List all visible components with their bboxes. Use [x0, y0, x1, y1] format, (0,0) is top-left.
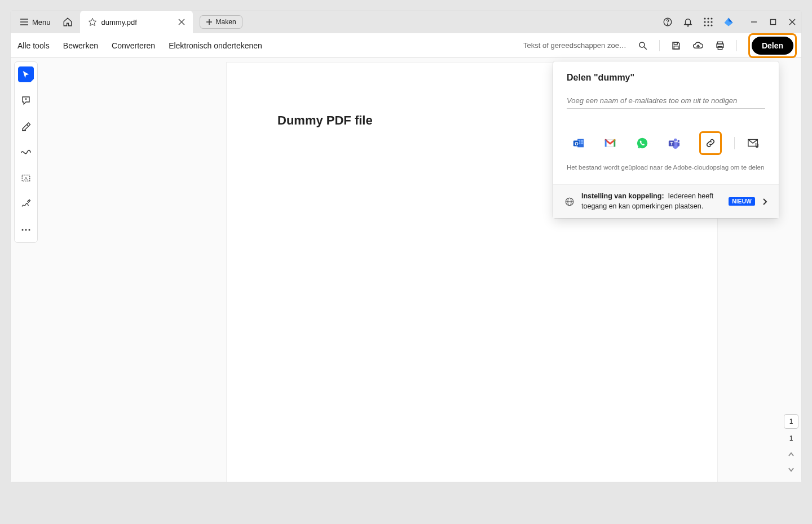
separator	[659, 40, 660, 51]
link-settings-text: Instelling van koppeling: Iedereen heeft…	[581, 192, 722, 211]
print-icon[interactable]	[715, 41, 725, 51]
textbox-tool[interactable]: A	[18, 170, 34, 186]
apps-icon[interactable]	[703, 17, 713, 27]
titlebar: Menu dummy.pdf	[11, 11, 801, 33]
share-button[interactable]: Delen	[752, 37, 793, 55]
share-panel: Delen "dummy" O T	[553, 61, 779, 218]
svg-rect-20	[771, 20, 776, 25]
svg-rect-26	[674, 46, 678, 48]
bell-icon[interactable]	[683, 17, 693, 27]
app-window: Menu dummy.pdf	[10, 10, 802, 482]
svg-rect-41	[581, 143, 584, 144]
close-tab-button[interactable]	[178, 19, 185, 25]
plus-icon	[206, 19, 213, 25]
upload-note: Het bestand wordt geüpload naar de Adobe…	[567, 164, 765, 177]
toolbar: Alle tools Bewerken Converteren Elektron…	[11, 33, 801, 58]
teams-icon[interactable]: T	[668, 136, 680, 150]
save-icon[interactable]	[671, 41, 681, 51]
upload-cloud-icon[interactable]	[692, 41, 704, 51]
more-tool[interactable]	[18, 222, 34, 238]
outlook-icon[interactable]: O	[572, 136, 585, 150]
toolbar-edit[interactable]: Bewerken	[63, 41, 98, 50]
share-button-highlight: Delen	[748, 33, 797, 58]
svg-rect-25	[674, 42, 677, 45]
svg-text:A: A	[24, 176, 28, 181]
search-icon[interactable]	[638, 41, 648, 51]
svg-line-24	[644, 47, 647, 50]
page-prev-button[interactable]	[784, 448, 798, 460]
draw-tool[interactable]	[18, 144, 34, 160]
svg-point-34	[22, 229, 24, 231]
svg-point-16	[704, 24, 705, 26]
share-channels: O T	[567, 109, 765, 164]
minimize-button[interactable]	[751, 19, 757, 25]
gmail-icon[interactable]	[604, 136, 616, 150]
globe-icon	[564, 197, 575, 207]
svg-point-11	[707, 17, 709, 19]
toolbar-left: Alle tools Bewerken Converteren Elektron…	[15, 41, 262, 50]
toolbar-all-tools[interactable]: Alle tools	[17, 41, 50, 50]
svg-text:T: T	[670, 141, 673, 146]
svg-point-17	[707, 24, 709, 26]
page-next-button[interactable]	[784, 464, 798, 476]
svg-point-14	[707, 21, 709, 23]
tab-title: dummy.pdf	[102, 18, 137, 26]
comment-tool[interactable]	[18, 92, 34, 108]
menu-button[interactable]: Menu	[15, 16, 55, 29]
document-tab[interactable]: dummy.pdf	[80, 11, 193, 33]
page-total: 1	[789, 432, 793, 445]
toolbar-right: Tekst of gereedschappen zoe… Delen	[523, 33, 797, 58]
svg-point-12	[710, 17, 712, 19]
page-input[interactable]: 1	[784, 414, 798, 429]
window-controls	[751, 19, 796, 25]
svg-point-18	[710, 24, 712, 26]
chevron-right-icon	[762, 198, 767, 206]
create-label: Maken	[216, 18, 236, 26]
svg-point-10	[704, 17, 705, 19]
select-tool[interactable]	[18, 66, 34, 82]
search-hint[interactable]: Tekst of gereedschappen zoe…	[523, 41, 626, 50]
svg-point-48	[678, 140, 680, 143]
invite-input[interactable]	[567, 93, 765, 109]
titlebar-left: Menu dummy.pdf	[11, 11, 242, 33]
toolbar-convert[interactable]: Converteren	[112, 41, 155, 50]
create-button[interactable]: Maken	[200, 15, 242, 29]
copylink-icon[interactable]	[704, 136, 717, 150]
svg-point-15	[710, 21, 712, 23]
svg-marker-3	[89, 18, 96, 25]
email-attachment-icon[interactable]	[747, 136, 760, 150]
left-tool-rail: A	[14, 61, 38, 243]
page-navigator: 1 1	[784, 414, 798, 476]
link-settings-row[interactable]: Instelling van koppeling: Iedereen heeft…	[553, 184, 779, 218]
svg-point-13	[704, 21, 705, 23]
menu-label: Menu	[32, 18, 51, 26]
copylink-highlight	[699, 131, 721, 155]
account-icon[interactable]	[723, 17, 734, 27]
svg-rect-39	[581, 140, 584, 142]
maximize-button[interactable]	[770, 19, 776, 25]
close-button[interactable]	[789, 19, 796, 25]
share-panel-title: Delen "dummy"	[567, 73, 765, 83]
star-icon	[88, 17, 97, 26]
separator	[734, 137, 735, 149]
signature-tool[interactable]	[18, 196, 34, 212]
svg-point-35	[25, 229, 27, 231]
toolbar-esign[interactable]: Elektronisch ondertekenen	[169, 41, 262, 50]
help-icon[interactable]	[663, 17, 673, 27]
highlight-tool[interactable]	[18, 118, 34, 134]
svg-point-9	[667, 24, 668, 24]
home-button[interactable]	[60, 14, 76, 30]
titlebar-right	[663, 17, 801, 27]
svg-rect-28	[718, 46, 722, 49]
svg-text:O: O	[575, 141, 579, 146]
separator	[736, 40, 737, 51]
new-badge: NIEUW	[729, 197, 755, 206]
whatsapp-icon[interactable]	[636, 136, 648, 150]
svg-point-36	[29, 229, 30, 231]
svg-point-23	[639, 42, 645, 47]
hamburger-icon	[20, 18, 29, 26]
